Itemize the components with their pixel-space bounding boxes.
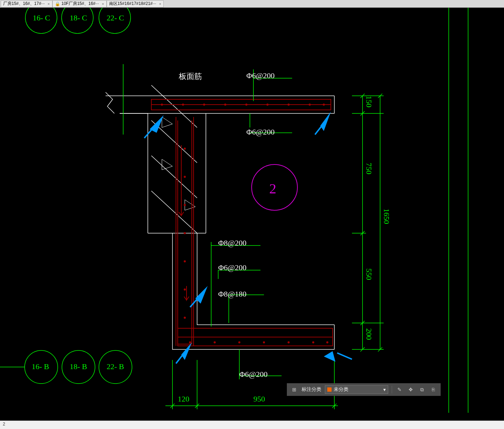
svg-line-10 bbox=[151, 156, 197, 198]
svg-point-21 bbox=[203, 104, 205, 106]
svg-point-38 bbox=[214, 341, 216, 343]
svg-point-37 bbox=[189, 341, 191, 343]
annotation-top-label: 板面筋 bbox=[179, 71, 202, 82]
status-bar: 2 bbox=[0, 421, 504, 429]
svg-line-11 bbox=[151, 191, 197, 233]
color-swatch-icon bbox=[327, 387, 332, 392]
grid-bubble-label: 16- B bbox=[32, 362, 49, 371]
lock-icon: 🔒 bbox=[55, 1, 60, 6]
svg-point-23 bbox=[245, 104, 247, 106]
svg-point-31 bbox=[184, 232, 186, 234]
svg-point-34 bbox=[184, 317, 186, 319]
close-icon[interactable]: × bbox=[159, 2, 161, 6]
tab-2[interactable]: 🔒 10F厂房15#、16#··· × bbox=[52, 0, 107, 7]
svg-point-40 bbox=[263, 341, 265, 343]
grid-bubble-label: 18- C bbox=[70, 13, 87, 23]
tab-label: 南区15#16#17#18#21#··· bbox=[109, 1, 156, 7]
svg-marker-14 bbox=[162, 159, 172, 170]
status-coord: 2 bbox=[3, 422, 5, 427]
svg-point-22 bbox=[224, 104, 226, 106]
svg-point-42 bbox=[312, 341, 314, 343]
svg-point-33 bbox=[184, 288, 186, 291]
annotation-classify-panel: ⊞ 标注分类 未分类 ✎ ✥ ⧉ ⎘ bbox=[287, 383, 441, 396]
dropdown-value: 未分类 bbox=[334, 386, 348, 393]
grid-icon[interactable]: ⊞ bbox=[290, 386, 298, 393]
rebar-spec: Φ8@200 bbox=[218, 238, 246, 248]
classify-label: 标注分类 bbox=[302, 386, 321, 393]
tab-3[interactable]: 南区15#16#17#18#21#··· × bbox=[107, 0, 164, 7]
tab-1[interactable]: 厂房15#、16#、17#··· × bbox=[1, 0, 52, 7]
dim-value: 200 bbox=[364, 328, 373, 340]
dim-value: 550 bbox=[364, 268, 373, 280]
classify-dropdown[interactable]: 未分类 bbox=[325, 385, 388, 394]
svg-point-24 bbox=[266, 104, 269, 106]
tab-bar: 厂房15#、16#、17#··· × 🔒 10F厂房15#、16#··· × 南… bbox=[0, 0, 504, 8]
tab-label: 厂房15#、16#、17#··· bbox=[3, 1, 45, 7]
tab-label: 10F厂房15#、16#··· bbox=[62, 1, 99, 7]
cad-canvas[interactable]: 16- C 18- C 22- C 16- B 18- B 22- B 2 板面… bbox=[0, 8, 504, 413]
grid-bubble-label: 22- C bbox=[107, 13, 124, 23]
rebar-spec: Φ8@180 bbox=[218, 290, 246, 299]
detail-number: 2 bbox=[269, 180, 276, 197]
rebar-spec: Φ6@200 bbox=[218, 263, 246, 272]
rebar-spec: Φ6@200 bbox=[239, 370, 267, 379]
svg-marker-87 bbox=[181, 342, 192, 360]
divider bbox=[392, 386, 392, 393]
grid-bubble-label: 18- B bbox=[70, 362, 87, 371]
svg-point-43 bbox=[326, 341, 328, 343]
svg-marker-89 bbox=[324, 351, 335, 362]
close-icon[interactable]: × bbox=[48, 2, 50, 6]
grid-bubble-label: 22- B bbox=[107, 362, 124, 371]
svg-point-20 bbox=[182, 104, 184, 106]
svg-point-32 bbox=[184, 260, 186, 262]
dim-value: 150 bbox=[364, 96, 373, 107]
copy-icon[interactable]: ⧉ bbox=[418, 386, 426, 393]
move-icon[interactable]: ✥ bbox=[407, 386, 415, 393]
close-icon[interactable]: × bbox=[102, 2, 104, 6]
rebar-spec: Φ6@200 bbox=[246, 71, 275, 80]
svg-marker-13 bbox=[162, 117, 172, 128]
rebar-spec: Φ6@200 bbox=[246, 128, 275, 137]
svg-point-28 bbox=[184, 148, 186, 150]
svg-point-39 bbox=[238, 341, 240, 343]
edit-icon[interactable]: ✎ bbox=[396, 386, 403, 393]
paste-icon[interactable]: ⎘ bbox=[429, 386, 437, 393]
dim-value: 120 bbox=[178, 394, 189, 404]
svg-line-84 bbox=[315, 119, 327, 135]
svg-line-90 bbox=[337, 353, 352, 359]
svg-point-25 bbox=[288, 104, 290, 106]
dim-value: 750 bbox=[364, 163, 373, 174]
svg-point-29 bbox=[184, 176, 186, 178]
svg-point-41 bbox=[288, 341, 290, 343]
svg-point-19 bbox=[161, 104, 163, 106]
dim-value: 1650 bbox=[382, 209, 391, 224]
svg-point-26 bbox=[309, 104, 311, 106]
svg-point-30 bbox=[184, 204, 186, 206]
grid-bubble-label: 16- C bbox=[33, 13, 50, 23]
svg-point-27 bbox=[323, 104, 325, 106]
dim-value: 950 bbox=[253, 394, 265, 404]
